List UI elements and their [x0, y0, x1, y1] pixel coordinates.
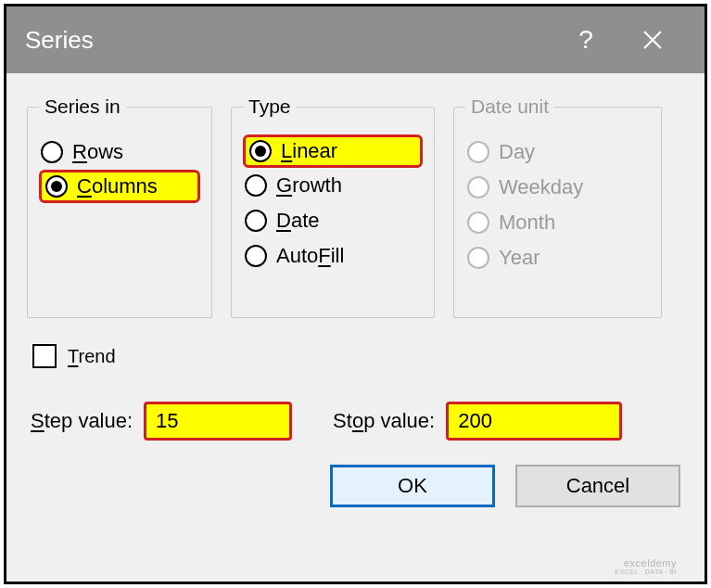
titlebar: Series ? [6, 6, 705, 73]
button-row: OK Cancel [27, 465, 684, 507]
radio-month-label: Month [499, 211, 555, 235]
radio-icon [245, 245, 267, 267]
dialog-body: Series in Rows Columns Type Linear [6, 73, 705, 582]
group-type-legend: Type [243, 96, 297, 118]
radio-icon [245, 174, 267, 197]
radio-weekday: Weekday [465, 170, 650, 205]
radio-columns-label: Columns [77, 174, 158, 198]
radio-growth[interactable]: Growth [243, 168, 423, 203]
radio-icon [249, 140, 272, 162]
radio-year-label: Year [499, 246, 540, 270]
groups-row: Series in Rows Columns Type Linear [27, 96, 684, 318]
radio-month: Month [465, 205, 650, 240]
close-button[interactable] [619, 6, 686, 73]
group-date-unit-legend: Date unit [465, 96, 554, 118]
radio-columns[interactable]: Columns [39, 170, 200, 203]
radio-icon [41, 141, 63, 163]
radio-day-label: Day [499, 140, 535, 164]
radio-autofill[interactable]: AutoFill [243, 238, 423, 274]
group-type: Type Linear Growth Date AutoFill [231, 96, 435, 318]
close-icon [641, 29, 664, 51]
ok-button[interactable]: OK [330, 465, 495, 507]
radio-linear-label: Linear [281, 139, 337, 163]
radio-icon [245, 210, 267, 232]
radio-year: Year [465, 240, 650, 275]
radio-autofill-label: AutoFill [276, 244, 344, 268]
radio-date[interactable]: Date [243, 203, 423, 238]
group-date-unit: Date unit Day Weekday Month Year [453, 96, 662, 318]
help-button[interactable]: ? [552, 6, 619, 73]
radio-linear[interactable]: Linear [243, 134, 423, 168]
radio-date-label: Date [276, 209, 319, 233]
stop-value-input[interactable] [446, 402, 622, 441]
group-series-in: Series in Rows Columns [27, 96, 212, 318]
step-value-input[interactable] [144, 402, 292, 441]
radio-weekday-label: Weekday [499, 175, 583, 199]
radio-icon [467, 211, 489, 234]
trend-checkbox[interactable] [32, 344, 57, 368]
radio-icon [467, 247, 489, 269]
radio-rows[interactable]: Rows [39, 134, 200, 170]
watermark: exceldemy EXCEL · DATA · BI [615, 557, 677, 576]
radio-icon [467, 176, 489, 198]
radio-growth-label: Growth [276, 173, 342, 198]
series-dialog: Series ? Series in Rows Columns Type [4, 4, 707, 584]
trend-row: Trend [27, 344, 684, 368]
value-row: Step value: Stop value: [27, 402, 684, 441]
stop-value-label: Stop value: [333, 409, 435, 433]
dialog-title: Series [25, 26, 552, 55]
step-value-label: Step value: [31, 409, 133, 433]
cancel-button[interactable]: Cancel [515, 465, 680, 507]
help-icon: ? [578, 25, 593, 55]
radio-icon [467, 141, 489, 163]
radio-icon [45, 175, 68, 198]
radio-rows-label: Rows [72, 140, 123, 164]
trend-label: Trend [68, 346, 116, 367]
group-series-in-legend: Series in [39, 96, 126, 118]
radio-day: Day [465, 134, 650, 170]
